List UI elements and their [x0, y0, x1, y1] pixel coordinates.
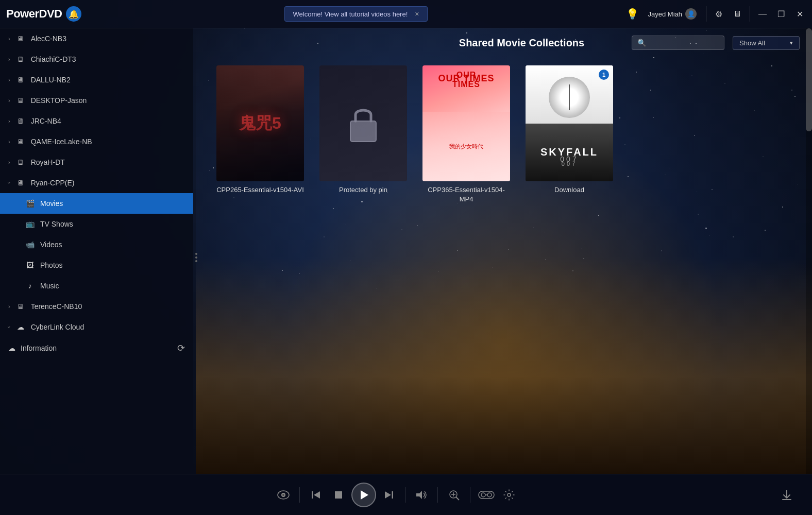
sidebar-collapse-handle[interactable] — [193, 249, 199, 266]
sidebar-item-jrc[interactable]: › 🖥 JRC-NB4 — [0, 111, 193, 131]
sidebar-item-information[interactable]: ☁ Information ⟳ — [0, 337, 193, 359]
sidebar-item-photos[interactable]: 🖼 Photos — [0, 255, 193, 276]
movie-poster-protected — [319, 65, 407, 181]
sidebar-item-desktop-jason[interactable]: › 🖥 DESKTOP-Jason — [0, 90, 193, 111]
chevron-icon: › — [8, 36, 10, 42]
bulb-icon[interactable]: 💡 — [624, 6, 641, 22]
sidebar-item-label: Photos — [40, 261, 185, 269]
movie-title: CPP265-Essential-v1504-AVI — [216, 185, 304, 195]
restore-button[interactable]: ❐ — [773, 6, 789, 22]
sidebar-item-label: AlecC-NB3 — [31, 35, 185, 43]
scrollbar-thumb[interactable] — [806, 28, 812, 131]
bottom-right — [777, 485, 797, 505]
sidebar-item-label: JRC-NB4 — [31, 117, 185, 125]
svg-rect-6 — [312, 491, 313, 499]
search-box[interactable]: 🔍 — [632, 36, 724, 50]
settings-button[interactable]: ⚙ — [711, 6, 727, 22]
computer-icon: 🖥 — [15, 95, 26, 106]
volume-button[interactable] — [412, 485, 431, 505]
sidebar-item-music[interactable]: ♪ Music — [0, 276, 193, 296]
sidebar-item-videos[interactable]: 📹 Videos — [0, 234, 193, 255]
sidebar-item-label: Videos — [40, 241, 185, 249]
chevron-icon: › — [8, 97, 10, 104]
sidebar-item-label: QAME-IceLake-NB — [31, 138, 185, 146]
search-icon: 🔍 — [637, 39, 646, 47]
separator-1 — [299, 487, 300, 503]
main-content: Shared Movie Collections 🔍 Show All ▾ CP… — [196, 28, 812, 474]
computer-icon: 🖥 — [15, 136, 26, 147]
movie-item-protected[interactable]: Protected by pin — [319, 65, 407, 204]
download-button[interactable] — [777, 485, 797, 505]
chevron-icon: › — [8, 56, 10, 62]
app-logo: PowerDVD 🔔 — [0, 6, 88, 22]
sidebar-item-cyberlink-cloud[interactable]: › ☁ CyberLink Cloud — [0, 317, 193, 337]
sidebar-item-qame[interactable]: › 🖥 QAME-IceLake-NB — [0, 131, 193, 152]
svg-point-19 — [487, 493, 492, 497]
cloud-icon: ☁ — [15, 322, 26, 332]
welcome-bar[interactable]: Welcome! View all tutorial videos here! … — [284, 6, 428, 22]
next-button[interactable] — [379, 485, 399, 505]
sidebar-item-terencec[interactable]: › 🖥 TerenceC-NB10 — [0, 296, 193, 317]
dot-3 — [195, 260, 197, 262]
sidebar-item-label: TerenceC-NB10 — [31, 302, 185, 311]
filter-dropdown[interactable]: Show All ▾ — [733, 36, 800, 50]
sidebar-item-dallu[interactable]: › 🖥 DALLU-NB2 — [0, 70, 193, 90]
chevron-down-icon: › — [6, 326, 12, 328]
sidebar-item-alec[interactable]: › 🖥 AlecC-NB3 — [0, 28, 193, 49]
minimize-button[interactable]: — — [754, 6, 771, 22]
movie-item-skyfall[interactable]: SKYFALL 007 1 Download — [526, 65, 613, 204]
scrollbar-track[interactable] — [806, 28, 812, 474]
sidebar-item-label: DESKTOP-Jason — [31, 96, 185, 105]
notification-icon[interactable]: 🔔 — [66, 6, 81, 22]
svg-point-21 — [508, 493, 511, 496]
sidebar-item-ryan[interactable]: › 🖥 Ryan-CPP(E) — [0, 173, 193, 193]
avatar: 👤 — [685, 8, 697, 20]
svg-marker-11 — [385, 491, 391, 499]
loading-icon: ⟳ — [177, 342, 185, 354]
close-button[interactable]: ✕ — [791, 6, 808, 22]
sidebar-item-label: DALLU-NB2 — [31, 76, 185, 84]
bell-icon: 🔔 — [69, 9, 79, 19]
play-button[interactable] — [351, 483, 376, 507]
sidebar-item-royah[interactable]: › 🖥 RoyaH-DT — [0, 152, 193, 173]
separator-3 — [437, 487, 438, 503]
svg-marker-9 — [361, 490, 368, 500]
chevron-down-icon: › — [6, 182, 12, 184]
tv-icon: 📺 — [25, 219, 35, 229]
sidebar-item-label: Information — [21, 344, 57, 352]
welcome-text: Welcome! View all tutorial videos here! — [293, 10, 408, 18]
chevron-icon: › — [8, 118, 10, 124]
computer-icon: 🖥 — [15, 301, 26, 312]
vr-button[interactable] — [477, 485, 496, 505]
movie-grid: CPP265-Essential-v1504-AVI Protected by … — [196, 55, 812, 214]
movie-item-cpp365[interactable]: OUR TIMES 我的少女時代 CPP365-Essential-v1504-… — [422, 65, 510, 204]
search-input[interactable] — [649, 39, 719, 47]
movie-title: Download — [554, 185, 584, 195]
movie-poster-skyfall: SKYFALL 007 1 — [526, 65, 613, 181]
computer-icon: 🖥 — [15, 178, 26, 188]
chevron-icon: › — [8, 303, 10, 310]
display-button[interactable]: 🖥 — [729, 6, 746, 22]
zoom-button[interactable] — [444, 485, 464, 505]
movie-poster-cpp365: OUR TIMES 我的少女時代 — [422, 65, 510, 181]
info-cloud-icon: ☁ — [8, 344, 15, 352]
movie-title: Protected by pin — [339, 185, 387, 195]
stop-button[interactable] — [329, 485, 348, 505]
welcome-close-button[interactable]: × — [415, 10, 419, 18]
music-icon: ♪ — [25, 281, 35, 291]
computer-icon: 🖥 — [15, 116, 26, 126]
chevron-icon: › — [8, 159, 10, 165]
sidebar-item-chiachi[interactable]: › 🖥 ChiachiC-DT3 — [0, 49, 193, 70]
divider-1 — [706, 6, 706, 22]
view-mode-button[interactable] — [274, 485, 293, 505]
sidebar-item-movies[interactable]: 🎬 Movies — [0, 193, 193, 214]
previous-button[interactable] — [306, 485, 326, 505]
sidebar-item-label: Music — [40, 282, 185, 290]
player-settings-button[interactable] — [499, 485, 519, 505]
sidebar-item-tvshows[interactable]: 📺 TV Shows — [0, 214, 193, 234]
movie-item-cpp265[interactable]: CPP265-Essential-v1504-AVI — [216, 65, 304, 204]
svg-point-18 — [481, 493, 485, 497]
divider-2 — [750, 6, 750, 22]
chevron-down-icon: ▾ — [790, 40, 793, 46]
logo-text: PowerDVD — [6, 7, 62, 21]
